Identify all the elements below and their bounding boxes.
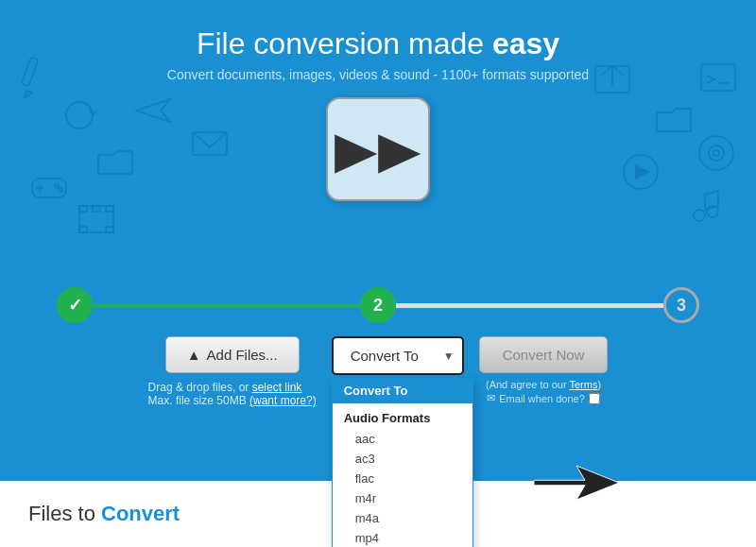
svg-rect-13 <box>106 206 113 212</box>
arrow-svg <box>534 461 619 504</box>
terms-prefix: (And agree to our <box>486 379 567 390</box>
svg-rect-15 <box>106 227 113 232</box>
convert-now-section: Convert Now (And agree to our Terms) ✉ E… <box>479 336 609 404</box>
dropdown-item-m4a[interactable]: m4a <box>333 508 472 528</box>
step-line-2 <box>396 303 663 308</box>
svg-rect-10 <box>79 206 113 232</box>
svg-rect-11 <box>79 206 87 212</box>
terms-link[interactable]: Terms <box>569 379 597 390</box>
svg-rect-12 <box>93 206 100 212</box>
max-size-text: Max. file size 50MB <box>148 394 247 407</box>
files-to-convert-heading: Files to Convert <box>28 502 180 526</box>
dropdown-header: Convert To <box>333 378 472 403</box>
step-1-circle: ✓ <box>57 287 93 323</box>
hero-subtitle: Convert documents, images, videos & soun… <box>0 67 756 82</box>
convert-to-select[interactable]: Convert To <box>332 336 464 375</box>
drag-drop-text: Drag & drop files, or select link Max. f… <box>148 381 317 407</box>
step-line-1 <box>93 303 360 308</box>
step-3-circle: 3 <box>663 287 699 323</box>
center-logo-container: ▶▶ <box>0 97 756 201</box>
terms-text: (And agree to our Terms) <box>486 379 601 390</box>
convert-now-button[interactable]: Convert Now <box>479 336 609 373</box>
svg-rect-14 <box>79 227 87 232</box>
logo-arrow-icon: ▶▶ <box>335 124 421 175</box>
steps-bar: ✓ 2 3 <box>57 287 699 323</box>
add-files-button[interactable]: ▲ Add Files... <box>165 336 300 373</box>
hero-section: File conversion made easy Convert docume… <box>0 0 756 274</box>
files-middle: to <box>78 502 101 525</box>
dropdown-item-ac3[interactable]: ac3 <box>333 449 472 469</box>
want-more-link[interactable]: (want more?) <box>249 394 317 407</box>
dropdown-item-mp4[interactable]: mp4 <box>333 528 472 547</box>
steps-section: ✓ 2 3 ▲ Add Files... Drag & drop files, … <box>0 274 756 417</box>
dropdown-item-m4r[interactable]: m4r <box>333 488 472 508</box>
action-row: ▲ Add Files... Drag & drop files, or sel… <box>57 336 699 407</box>
dropdown-item-flac[interactable]: flac <box>333 469 472 488</box>
svg-marker-27 <box>534 466 619 500</box>
dropdown-group-audio: Audio Formats <box>333 403 472 429</box>
logo-box: ▶▶ <box>326 97 430 201</box>
step-2-circle: 2 <box>360 287 396 323</box>
film-icon <box>76 198 117 240</box>
email-icon: ✉ <box>487 392 495 404</box>
files-bold: Convert <box>101 502 180 525</box>
add-files-label: Add Files... <box>207 347 278 363</box>
select-link[interactable]: select link <box>252 381 302 394</box>
email-row: ✉ Email when done? <box>487 392 600 404</box>
svg-point-23 <box>694 210 705 221</box>
add-files-section: ▲ Add Files... Drag & drop files, or sel… <box>148 336 317 407</box>
upload-icon: ▲ <box>187 347 201 363</box>
email-checkbox[interactable] <box>589 393 600 404</box>
svg-point-24 <box>707 206 718 217</box>
files-prefix: Files <box>28 502 72 525</box>
drag-text: Drag & drop files, or <box>148 381 249 394</box>
big-arrow-indicator <box>534 461 619 508</box>
dropdown-panel: Convert To Audio Formats aac ac3 flac m4… <box>332 378 473 547</box>
convert-to-wrapper: Convert To ▼ Convert To Audio Formats aa… <box>332 336 464 375</box>
dropdown-item-aac[interactable]: aac <box>333 429 472 449</box>
email-label: Email when done? <box>499 393 585 404</box>
hero-title: File conversion made easy <box>0 0 756 61</box>
